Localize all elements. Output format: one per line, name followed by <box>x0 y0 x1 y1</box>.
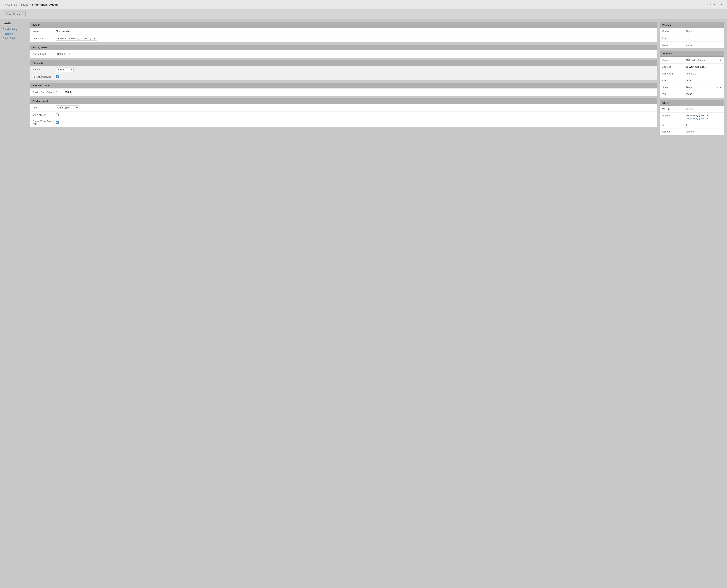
title-label: Title <box>33 106 56 109</box>
phones-section: Phones Phone Fax Mobile <box>660 22 724 48</box>
state-value: Texas <box>686 86 715 89</box>
address2-row: Address 2 <box>660 70 724 77</box>
left-panel: Details Name Shop - Austin Time Zone Ame… <box>30 22 657 137</box>
country-wrap: 🇺🇸 United States × ▼ <box>686 58 722 62</box>
flag-icon: 🇺🇸 <box>686 58 690 62</box>
header: ⚙ Settings > Shops > Shop: Shop - Austin… <box>0 0 727 9</box>
timezone-select[interactable]: America/US Pacific (GMT-08:00) America/U… <box>56 36 97 41</box>
breadcrumb-settings: Settings <box>7 3 17 6</box>
product-labels-section: Product Labels Title Shop Name Custom Na… <box>30 98 657 127</box>
state-wrap: Texas × ▼ <box>686 86 722 89</box>
tax-labor-checkbox[interactable] <box>56 76 59 78</box>
state-row: State Texas × ▼ <box>660 84 724 91</box>
save-button[interactable]: Save Changes <box>4 11 26 17</box>
other-section: Other Website Email 1 bettysmith@gmail.c… <box>660 100 724 135</box>
breadcrumb-shops: Shops <box>21 3 28 6</box>
tax-labor-label: Tax Labor/Service <box>33 76 56 78</box>
next-button[interactable]: > <box>719 2 723 7</box>
sales-tax-select[interactable]: Austin Default None <box>56 67 74 72</box>
content-area: Details Name Shop - Austin Time Zone Ame… <box>30 22 724 137</box>
address2-input[interactable] <box>686 72 722 75</box>
phone-row: Phone <box>660 28 724 35</box>
breadcrumb-sep1: > <box>18 3 20 6</box>
address2-label: Address 2 <box>662 72 686 75</box>
fax-label: Fax <box>662 37 686 39</box>
mobile-input[interactable] <box>686 44 722 46</box>
other-body: Website Email 1 bettysmith@gmail.com bet… <box>660 106 724 135</box>
zip-row: ZIP 10036 <box>660 91 724 98</box>
email1-row: Email 1 bettysmith@gmail.com bettysmith@… <box>660 113 724 121</box>
product-labels-body: Title Shop Name Custom Name Show MSRP En… <box>30 104 657 127</box>
title-row: Title Shop Name Custom Name <box>30 104 657 111</box>
sidebar-item-registers[interactable]: Registers <box>3 31 27 36</box>
sales-tax-row: Sales Tax Austin Default None <box>30 66 657 74</box>
country-clear-button[interactable]: × <box>716 59 719 61</box>
country-value: United States <box>691 59 715 61</box>
address1-value: 31 West 43rd Street <box>686 65 722 68</box>
toolbar: Save Changes <box>0 9 727 19</box>
custom-input[interactable] <box>686 130 722 133</box>
zebra-checkbox[interactable] <box>56 121 59 124</box>
timezone-label: Time Zone <box>33 37 56 40</box>
address-section: Address Country 🇺🇸 United States × ▼ <box>660 51 724 98</box>
country-row: Country 🇺🇸 United States × ▼ <box>660 57 724 64</box>
phones-header: Phones <box>660 22 724 28</box>
msrp-row: Show MSRP <box>30 111 657 118</box>
city-row: City Austin <box>660 77 724 84</box>
email2-value: 2 <box>686 123 722 126</box>
fax-input[interactable] <box>686 37 722 39</box>
service-rate-row: Service Rate ($/hour) $ <box>30 88 657 96</box>
pricing-select[interactable]: Default Level 1 Level 2 <box>56 52 72 56</box>
sidebar: Details Receipt Setup Registers Credit C… <box>3 22 30 137</box>
city-value: Austin <box>686 79 722 82</box>
address-header: Address <box>660 51 724 57</box>
pricing-label: Pricing Level <box>33 52 56 55</box>
fax-row: Fax <box>660 35 724 42</box>
sidebar-item-receipt-setup[interactable]: Receipt Setup <box>3 27 27 31</box>
msrp-label: Show MSRP <box>33 113 56 116</box>
email2-row: 2 2 <box>660 121 724 128</box>
state-dropdown-icon[interactable]: ▼ <box>720 86 722 88</box>
tax-labor-row: Tax Labor/Service <box>30 74 657 80</box>
email1-link[interactable]: bettysmith@gmail.com <box>686 117 709 120</box>
service-header: Service / Labor <box>30 83 657 88</box>
website-row: Website <box>660 106 724 113</box>
sales-tax-label: Sales Tax <box>33 68 56 71</box>
country-label: Country <box>662 59 686 61</box>
custom-label: Custom <box>662 130 686 133</box>
pricing-section: Pricing Level Pricing Level Default Leve… <box>30 44 657 58</box>
sidebar-item-credit-card[interactable]: Credit Card <box>3 36 27 40</box>
product-labels-header: Product Labels <box>30 98 657 104</box>
details-header: Details <box>30 22 657 28</box>
gear-icon: ⚙ <box>4 3 6 6</box>
name-row: Name Shop - Austin <box>30 28 657 35</box>
email1-link-wrap: bettysmith@gmail.com <box>662 117 709 120</box>
email2-label: 2 <box>662 123 686 126</box>
prev-button[interactable]: < <box>713 2 717 7</box>
pagination-text: 2 of 3 <box>705 3 711 6</box>
mobile-row: Mobile <box>660 42 724 48</box>
timezone-row: Time Zone America/US Pacific (GMT-08:00)… <box>30 35 657 42</box>
name-value: Shop - Austin <box>56 30 654 33</box>
phones-body: Phone Fax Mobile <box>660 28 724 48</box>
pricing-row: Pricing Level Default Level 1 Level 2 <box>30 50 657 58</box>
msrp-checkbox[interactable] <box>56 113 59 117</box>
website-input[interactable] <box>686 108 722 110</box>
phone-label: Phone <box>662 30 686 33</box>
address1-row: Address 31 West 43rd Street <box>660 64 724 70</box>
breadcrumb-current: Shop: Shop - Austin <box>32 3 58 6</box>
title-select[interactable]: Shop Name Custom Name <box>56 105 79 110</box>
other-header: Other <box>660 100 724 106</box>
address-body: Country 🇺🇸 United States × ▼ Address 31 … <box>660 57 724 98</box>
zebra-row: Enable Zebra Browser Print <box>30 118 657 127</box>
email1-label: Email 1 <box>662 114 686 117</box>
breadcrumb-sep2: > <box>29 3 31 6</box>
details-section: Details Name Shop - Austin Time Zone Ame… <box>30 22 657 42</box>
state-clear-button[interactable]: × <box>716 86 719 89</box>
zebra-label: Enable Zebra Browser Print <box>33 120 56 125</box>
service-rate-wrap: $ <box>56 90 72 94</box>
service-rate-input[interactable] <box>58 90 72 94</box>
phone-input[interactable] <box>686 30 722 33</box>
state-label: State <box>662 86 686 89</box>
country-dropdown-icon[interactable]: ▼ <box>720 59 722 61</box>
